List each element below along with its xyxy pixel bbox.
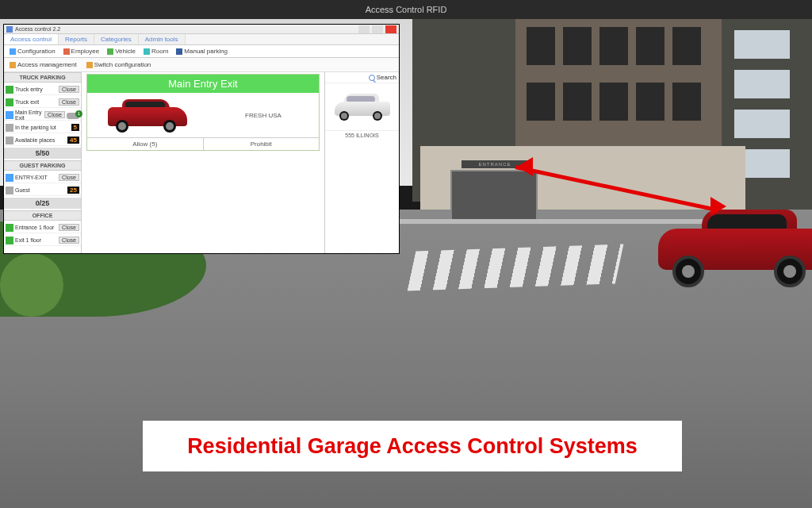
- app-title: Access control 2.2: [15, 26, 356, 32]
- metric-label: Available places: [15, 137, 66, 143]
- ribbon-room[interactable]: Room: [141, 47, 170, 56]
- vehicle-thumbnail[interactable]: [325, 83, 399, 131]
- app-main-tabs: Access control Reports Categories Admin …: [4, 34, 399, 45]
- metric-label: Guest: [15, 187, 66, 193]
- gate-row-main-entry-exit[interactable]: Main Entry Exit Close 1: [4, 110, 81, 121]
- metric-guest: Guest 25: [4, 185, 81, 196]
- vehicle-count-badge: 1: [75, 110, 82, 117]
- app-ribbon: Configuration Employee Vehicle Room Manu…: [4, 45, 399, 58]
- metric-available-places: Available places 45: [4, 135, 81, 146]
- vehicle-on-driveway: [658, 208, 812, 287]
- entry-event-popup: Main Entry Exit FRESH USA Allow (5) Proh…: [86, 74, 320, 151]
- metric-label: In the parking lot: [15, 125, 70, 130]
- close-gate-button[interactable]: Close: [44, 111, 65, 118]
- truck-parking-count: 5/50: [4, 148, 81, 159]
- row-label: Truck entry: [15, 87, 57, 92]
- tab-access-control[interactable]: Access control: [4, 34, 59, 44]
- arrow-right-icon: [6, 237, 13, 244]
- minimize-button[interactable]: [358, 25, 370, 33]
- key-icon: [10, 62, 16, 68]
- gate-row-exit-1floor[interactable]: Exit 1 floor Close: [4, 235, 81, 246]
- metric-value: 25: [67, 187, 79, 194]
- close-gate-button[interactable]: Close: [59, 98, 79, 106]
- ribbon-configuration[interactable]: Configuration: [7, 47, 58, 56]
- app-menu-icon[interactable]: [6, 26, 13, 33]
- tab-categories[interactable]: Categories: [94, 34, 139, 44]
- gate-row-guest-entry-exit[interactable]: ENTRY-EXIT Close: [4, 172, 81, 183]
- close-gate-button[interactable]: Close: [59, 224, 79, 231]
- close-gate-button[interactable]: Close: [59, 237, 79, 244]
- search-label: Search: [377, 74, 396, 81]
- os-window-title: Access Control RFID: [0, 0, 812, 19]
- parking-sidebar: TRUCK PARKING Truck entry Close Truck ex…: [4, 72, 82, 253]
- row-label: Entrance 1 floor: [15, 225, 57, 230]
- access-control-app-window: Access control 2.2 Access control Report…: [3, 24, 400, 254]
- switch-icon: [86, 62, 93, 68]
- arrow-right-icon: [6, 86, 13, 94]
- metric-value: 5: [71, 124, 79, 131]
- search-row[interactable]: Search: [325, 72, 399, 83]
- allow-button[interactable]: Allow (5): [87, 138, 204, 150]
- gate-row-truck-entry[interactable]: Truck entry Close: [4, 84, 81, 95]
- guest-parking-count: 0/25: [4, 198, 81, 209]
- vehicle-list-panel: Search 555 ILLINOIS: [324, 72, 399, 253]
- vehicle-plate-caption: 555 ILLINOIS: [325, 131, 399, 140]
- door-icon: [144, 48, 150, 55]
- swap-icon: [6, 174, 13, 182]
- ribbon-employee[interactable]: Employee: [61, 47, 102, 56]
- ribbon-label: Employee: [71, 48, 100, 55]
- gear-icon: [10, 48, 16, 55]
- ribbon-label: Manual parking: [184, 48, 228, 55]
- section-truck-parking: TRUCK PARKING: [4, 72, 81, 83]
- ribbon-switch-configuration[interactable]: Switch configuration: [84, 60, 154, 69]
- tab-admin-tools[interactable]: Admin tools: [139, 34, 186, 44]
- close-gate-button[interactable]: Close: [59, 174, 79, 181]
- arrow-right-icon: [6, 224, 13, 232]
- swap-icon: [6, 111, 13, 119]
- app-titlebar[interactable]: Access control 2.2: [4, 25, 399, 34]
- row-label: Truck exit: [15, 99, 57, 105]
- row-label: Exit 1 floor: [15, 237, 57, 243]
- parking-icon: [6, 124, 13, 132]
- ribbon-label: Access management: [17, 61, 77, 68]
- parking-icon: [6, 137, 13, 144]
- hand-icon: [176, 48, 182, 55]
- section-guest-parking: GUEST PARKING: [4, 160, 81, 171]
- ribbon-label: Vehicle: [115, 48, 136, 55]
- popup-vehicle-image: [87, 93, 208, 137]
- section-office: OFFICE: [4, 210, 81, 221]
- close-gate-button[interactable]: Close: [59, 86, 79, 93]
- metric-in-parking-lot: In the parking lot 5: [4, 122, 81, 133]
- maximize-button[interactable]: [372, 25, 383, 33]
- caption-text: Residential Garage Access Control System…: [187, 434, 638, 459]
- people-icon: [6, 187, 13, 194]
- person-icon: [63, 48, 70, 55]
- metric-value: 45: [67, 137, 79, 144]
- popup-vehicle-info: FRESH USA: [208, 93, 319, 137]
- prohibit-button[interactable]: Prohibit: [204, 138, 320, 150]
- search-icon: [369, 75, 375, 81]
- main-content: Main Entry Exit FRESH USA Allow (5) Proh…: [82, 72, 324, 253]
- tab-reports[interactable]: Reports: [59, 34, 94, 44]
- ribbon-label: Room: [151, 48, 168, 55]
- row-label: ENTRY-EXIT: [15, 175, 57, 180]
- ribbon-access-management[interactable]: Access management: [7, 60, 79, 69]
- gate-row-entrance-1floor[interactable]: Entrance 1 floor Close: [4, 222, 81, 233]
- ribbon-label: Switch configuration: [94, 61, 151, 68]
- close-button[interactable]: [385, 25, 396, 33]
- arrow-right-icon: [6, 98, 13, 106]
- app-sub-ribbon: Access management Switch configuration: [4, 58, 399, 72]
- ribbon-vehicle[interactable]: Vehicle: [105, 47, 138, 56]
- car-icon: [107, 48, 113, 55]
- ribbon-label: Configuration: [17, 48, 56, 55]
- ribbon-manual-parking[interactable]: Manual parking: [174, 47, 230, 56]
- annotation-arrow: [515, 151, 722, 214]
- gate-row-truck-exit[interactable]: Truck exit Close: [4, 97, 81, 108]
- row-label: Main Entry Exit: [15, 110, 43, 121]
- vehicle-count-icon: 1: [67, 111, 79, 119]
- popup-title: Main Entry Exit: [87, 75, 319, 93]
- caption-banner: Residential Garage Access Control System…: [143, 421, 682, 471]
